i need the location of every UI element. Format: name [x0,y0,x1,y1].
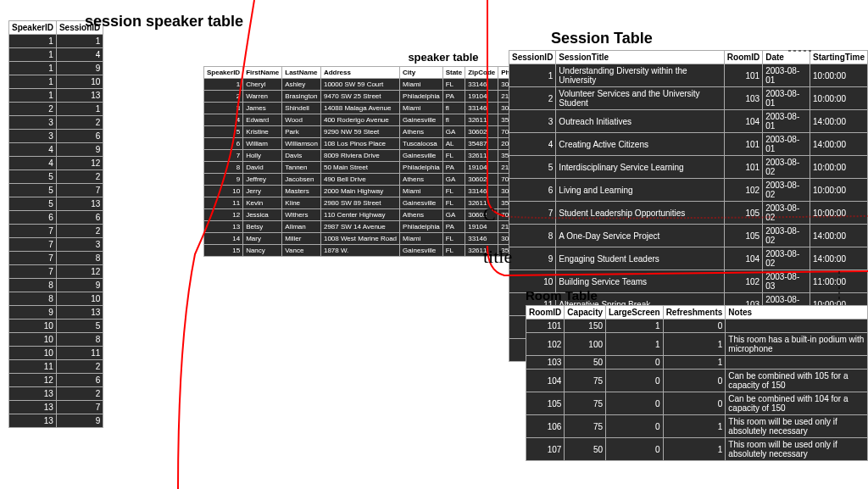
table-cell: 5 [56,320,103,333]
table-cell: Can be combined with 105 for a capacity … [726,370,868,392]
table-row: 412 [9,157,103,170]
table-row: 105 [9,320,103,333]
table-cell: 2003-08-01 [763,133,810,156]
table-cell: fl [442,103,465,114]
table-cell: Miami [400,79,443,91]
table-row: 7Student Leadership Opportunities1052003… [509,202,868,225]
table-cell: FL [442,245,465,257]
table-cell: A One-Day Service Project [556,225,724,247]
table-cell: 8 [56,333,103,347]
annotation-title: title [483,246,512,268]
table-cell: 8 [509,225,556,247]
table-cell: 2003-08-02 [763,156,810,179]
table-cell: 6 [9,211,57,225]
table-cell: Athens [400,126,443,138]
column-header: SpeakerID [204,67,243,79]
table-cell: 19104 [465,91,498,103]
table-row: 1035001 [526,356,868,370]
table-row: 8A One-Day Service Project1052003-08-021… [509,225,868,247]
table-cell: 75 [565,415,606,438]
table-cell: 9 [204,174,243,186]
table-cell: Jerry [243,186,282,197]
table-cell: 13 [9,387,57,401]
table-cell: 1 [663,356,726,370]
session-speaker-section: session speaker table SpeakerIDSessionID… [8,17,178,428]
table-cell [726,356,868,370]
table-row: 1067501This room will be used only if ab… [526,415,868,438]
table-cell: Kevin [243,197,282,209]
table-row: 11 [9,35,103,48]
table-row: 10115010 [526,320,868,333]
table-cell: 4 [509,133,556,156]
column-header: StartingTime [810,51,868,64]
table-cell: Living and Learning [556,179,724,202]
table-row: 913 [9,306,103,320]
table-row: 36 [9,130,103,143]
column-header: Date [763,51,810,64]
table-cell: 7 [9,252,57,265]
table-cell: 12 [56,157,103,170]
table-cell: Miami [400,186,443,197]
table-cell: 12 [204,209,243,221]
table-cell: 32611 [465,150,498,162]
table-cell: 9290 NW 59 Steet [320,126,399,138]
table-cell: PA [442,162,465,174]
table-cell: 9470 SW 25 Street [320,91,399,103]
table-cell: 30602 [465,126,498,138]
table-cell: FL [442,197,465,209]
table-cell: This room will be used only if absolutel… [726,438,868,461]
table-cell: 2 [56,170,103,184]
table-cell: Student Leadership Opportunities [556,202,724,225]
table-cell: Brasington [282,91,321,103]
table-cell: 10:00:00 [810,87,868,110]
table-cell: 6 [204,138,243,150]
table-cell: 105 [724,202,762,225]
table-cell: Allman [282,221,321,233]
table-cell: 0 [663,392,726,415]
table-row: 3Outreach Initiatives1042003-08-0114:00:… [509,110,868,133]
table-cell: 50 [565,438,606,461]
table-cell: 2 [56,116,103,130]
table-cell: 11 [9,360,57,374]
table-cell: Interdisciplinary Service Learning [556,156,724,179]
table-cell: 15 [204,245,243,257]
table-cell: 5 [204,126,243,138]
table-cell: PA [442,221,465,233]
table-row: 66 [9,211,103,225]
table-cell: Tannen [282,162,321,174]
table-row: 21 [9,103,103,116]
table-row: 10210011This room has a built-in podium … [526,333,868,356]
column-header: LastName [282,67,321,79]
table-cell: Understanding Diversity within the Unive… [556,64,724,87]
table-cell: William [243,138,282,150]
table-cell: 104 [724,110,762,133]
table-cell: 2003-08-02 [763,179,810,202]
column-header: LargeScreen [606,306,664,320]
table-cell: 13 [56,197,103,211]
table-cell: 400 Roderigo Avenue [320,114,399,126]
table-cell: GA [442,209,465,221]
table-cell: 8 [9,279,57,292]
table-cell: 2 [56,360,103,374]
table-cell: 5 [9,197,57,211]
table-cell: 1 [9,62,57,75]
table-cell: GA [442,174,465,186]
table-cell: Nancy [243,245,282,257]
table-cell: This room will be used only if absolutel… [726,415,868,438]
table-cell: Miami [400,233,443,245]
table-cell: 103 [526,356,565,370]
table-cell: 1 [606,333,664,356]
table-cell: 10:00:00 [810,179,868,202]
table-cell: David [243,162,282,174]
table-cell: This room has a built-in podium with mic… [726,333,868,356]
table-cell: 105 [724,225,762,247]
table-cell: 10:00:00 [810,156,868,179]
table-cell: 14:00:00 [810,225,868,247]
table-row: 113 [9,89,103,103]
table-cell: 101 [724,156,762,179]
table-row: 1Understanding Diversity within the Univ… [509,64,868,87]
column-header: SessionID [509,51,556,64]
table-cell: Warren [243,91,282,103]
table-cell: 2 [204,91,243,103]
table-row: 52 [9,170,103,184]
